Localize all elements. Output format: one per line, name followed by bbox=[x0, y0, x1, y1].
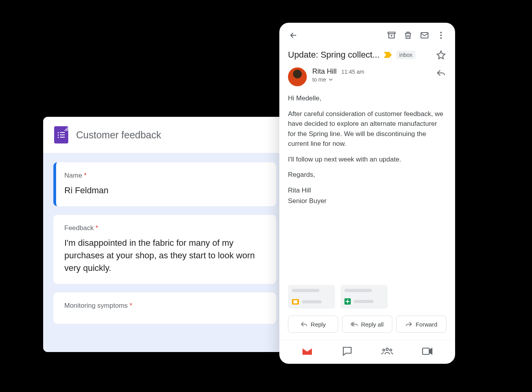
email-paragraph: After careful consideration of customer … bbox=[288, 109, 446, 149]
recipient-label[interactable]: to me bbox=[312, 76, 326, 83]
back-icon[interactable] bbox=[288, 30, 299, 41]
form-question-name[interactable]: Name * Ri Feldman bbox=[53, 162, 276, 206]
form-label: Feedback * bbox=[64, 224, 265, 232]
svg-point-3 bbox=[440, 34, 442, 36]
nav-meet-icon[interactable] bbox=[421, 346, 434, 357]
avatar[interactable] bbox=[288, 67, 307, 86]
nav-spaces-icon[interactable] bbox=[381, 346, 394, 357]
attachment-sheets[interactable] bbox=[341, 285, 388, 309]
more-icon[interactable] bbox=[435, 30, 446, 41]
delete-icon[interactable] bbox=[403, 30, 414, 41]
email-paragraph: I'll follow up next week with an update. bbox=[288, 154, 446, 165]
form-value[interactable]: I'm disappointed in the fabric for many … bbox=[64, 237, 265, 274]
email-body: Hi Medelle, After careful consideration … bbox=[279, 93, 455, 281]
email-closing: Regards, bbox=[288, 170, 446, 180]
subject-text: Update: Spring collect... bbox=[288, 50, 380, 60]
form-label: Name * bbox=[64, 172, 265, 180]
forms-app-icon bbox=[54, 126, 68, 143]
chevron-down-icon[interactable] bbox=[328, 77, 333, 82]
reply-buttons: Reply Reply all Forward bbox=[279, 316, 455, 340]
svg-point-2 bbox=[440, 32, 442, 33]
signature-name: Rita Hill bbox=[288, 185, 446, 196]
svg-point-6 bbox=[383, 349, 385, 351]
forward-button[interactable]: Forward bbox=[396, 316, 446, 333]
reply-all-button[interactable]: Reply all bbox=[342, 316, 392, 333]
forms-body: Name * Ri Feldman Feedback * I'm disappo… bbox=[43, 153, 286, 352]
sender-name: Rita Hill bbox=[312, 67, 337, 76]
form-label: Monitoring symptoms * bbox=[64, 302, 265, 310]
bottom-nav bbox=[279, 340, 455, 364]
inbox-badge[interactable]: inbox bbox=[396, 51, 415, 59]
attachment-slides[interactable] bbox=[288, 285, 335, 309]
reply-icon[interactable] bbox=[435, 67, 446, 78]
star-icon[interactable] bbox=[435, 49, 446, 60]
sheets-icon bbox=[344, 298, 351, 305]
nav-mail-icon[interactable] bbox=[301, 346, 313, 357]
form-question-monitoring[interactable]: Monitoring symptoms * bbox=[53, 292, 276, 324]
signature-title: Senior Buyer bbox=[288, 196, 446, 206]
forms-header: Customer feedback bbox=[43, 117, 286, 153]
svg-point-5 bbox=[386, 348, 388, 350]
form-value[interactable]: Ri Feldman bbox=[64, 184, 265, 197]
forms-card: Customer feedback Name * Ri Feldman Feed… bbox=[43, 117, 286, 352]
svg-rect-0 bbox=[388, 32, 395, 34]
svg-point-4 bbox=[440, 37, 442, 39]
sender-time: 11:45 am bbox=[341, 69, 364, 75]
email-greeting: Hi Medelle, bbox=[288, 93, 446, 103]
slides-icon bbox=[292, 299, 299, 305]
reply-button[interactable]: Reply bbox=[288, 316, 338, 333]
mail-icon[interactable] bbox=[419, 30, 430, 41]
gmail-card: Update: Spring collect... inbox Rita Hil… bbox=[279, 23, 455, 364]
important-marker-icon[interactable] bbox=[384, 52, 392, 58]
attachments bbox=[279, 281, 455, 316]
svg-rect-8 bbox=[423, 348, 429, 354]
subject-row: Update: Spring collect... inbox bbox=[279, 44, 455, 67]
form-question-feedback[interactable]: Feedback * I'm disappointed in the fabri… bbox=[53, 215, 276, 284]
svg-point-7 bbox=[390, 349, 392, 351]
archive-icon[interactable] bbox=[386, 30, 397, 41]
forms-title: Customer feedback bbox=[76, 129, 161, 141]
nav-chat-icon[interactable] bbox=[341, 346, 353, 357]
gmail-topbar bbox=[279, 23, 455, 44]
sender-row: Rita Hill 11:45 am to me bbox=[279, 67, 455, 93]
